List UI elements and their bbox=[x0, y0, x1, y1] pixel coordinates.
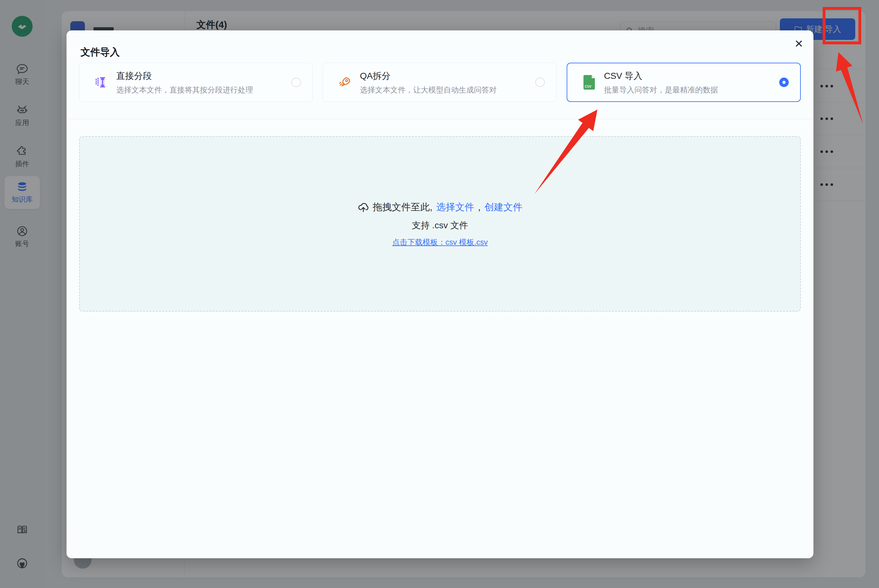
radio-unchecked-icon[interactable] bbox=[535, 78, 545, 87]
dropzone-support-text: 支持 .csv 文件 bbox=[412, 219, 468, 231]
select-file-link[interactable]: 选择文件 bbox=[436, 201, 474, 214]
annotation-highlight-rect bbox=[823, 7, 861, 44]
app-window: 聊天 应用 插件 知识库 账号 文 bbox=[0, 0, 879, 588]
csv-badge-text: csv bbox=[585, 84, 591, 88]
option-subtitle: 选择文本文件，让大模型自动生成问答对 bbox=[360, 85, 497, 95]
option-subtitle: 选择文本文件，直接将其按分段进行处理 bbox=[116, 85, 253, 95]
segment-icon bbox=[94, 75, 109, 90]
option-csv-import[interactable]: csv CSV 导入 批量导入问答对，是最精准的数据 bbox=[566, 63, 801, 102]
csv-file-icon: csv bbox=[582, 74, 597, 90]
create-file-link[interactable]: 创建文件 bbox=[484, 201, 522, 214]
rocket-icon bbox=[338, 75, 352, 90]
option-title: CSV 导入 bbox=[604, 70, 718, 82]
option-qa-split[interactable]: QA拆分 选择文本文件，让大模型自动生成问答对 bbox=[323, 63, 556, 102]
import-mode-options: 直接分段 选择文本文件，直接将其按分段进行处理 QA拆分 选择文本文件，让大模型… bbox=[79, 63, 801, 102]
radio-unchecked-icon[interactable] bbox=[291, 78, 301, 87]
modal-title: 文件导入 bbox=[80, 46, 120, 59]
download-template-link[interactable]: 点击下载模板：csv 模板.csv bbox=[392, 237, 487, 247]
file-import-modal: 文件导入 ✕ 直接分段 选择文本文件，直接将其按分段进行处理 bbox=[66, 30, 813, 558]
option-title: QA拆分 bbox=[360, 70, 497, 82]
close-icon[interactable]: ✕ bbox=[792, 37, 806, 51]
option-title: 直接分段 bbox=[116, 70, 253, 82]
file-dropzone[interactable]: 拖拽文件至此, 选择文件 , 创建文件 支持 .csv 文件 点击下载模板：cs… bbox=[79, 136, 801, 312]
radio-checked-icon[interactable] bbox=[779, 78, 789, 87]
option-subtitle: 批量导入问答对，是最精准的数据 bbox=[604, 85, 718, 95]
dropzone-drag-text: 拖拽文件至此, bbox=[373, 201, 433, 214]
cloud-upload-icon bbox=[358, 201, 369, 213]
option-direct-segment[interactable]: 直接分段 选择文本文件，直接将其按分段进行处理 bbox=[79, 63, 313, 102]
dropzone-comma: , bbox=[478, 202, 481, 213]
